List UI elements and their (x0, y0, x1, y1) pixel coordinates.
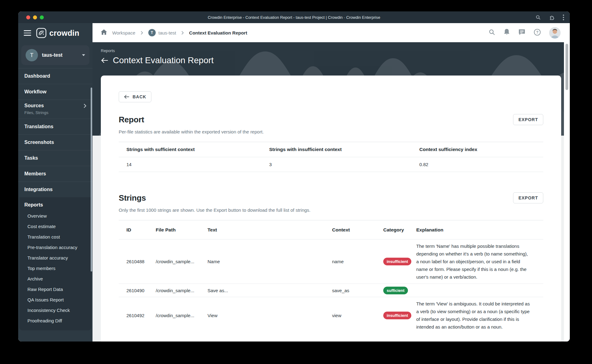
stats-value-index: 0.82 (419, 162, 543, 167)
sidebar-reports-section: Reports Overview Cost estimate Translati… (19, 197, 91, 330)
home-icon[interactable] (101, 29, 107, 36)
browser-chrome: Crowdin Enterprise - Context Evaluation … (18, 11, 570, 23)
menu-icon[interactable] (24, 30, 31, 36)
sidebar-item-dashboard[interactable]: Dashboard (18, 68, 92, 84)
project-selector[interactable]: T taus-test (21, 45, 89, 65)
category-cell: insufficient (383, 258, 416, 265)
status-badge: insufficient (383, 258, 411, 265)
sidebar-item-proofreading-diff[interactable]: Proofreading Diff (19, 316, 91, 326)
report-section-subtitle: Per-file statistics are available within… (119, 129, 543, 134)
chevron-right-icon (84, 104, 86, 108)
browser-search-icon[interactable] (536, 15, 541, 20)
crowdin-wordmark: crowdin (49, 29, 79, 38)
back-button[interactable]: BACK (119, 91, 151, 102)
svg-text:?: ? (536, 30, 539, 34)
chevron-down-icon (82, 54, 85, 56)
string-explanation: The term 'Name' has multiple possible tr… (416, 239, 530, 284)
string-text: Name (208, 259, 332, 264)
strings-export-button[interactable]: EXPORT (513, 192, 543, 203)
sidebar-item-translations[interactable]: Translations (18, 119, 92, 134)
user-avatar[interactable] (549, 27, 561, 39)
report-section-title: Report (119, 115, 144, 125)
report-section: Report EXPORT Per-file statistics are av… (119, 114, 543, 172)
sidebar-item-pre-translation-accuracy[interactable]: Pre-translation accuracy (19, 242, 91, 253)
sidebar-item-top-members[interactable]: Top members (19, 263, 91, 274)
sidebar-item-members[interactable]: Members (18, 166, 92, 182)
stats-value-sufficient: 14 (126, 162, 269, 167)
sidebar-item-translator-accuracy[interactable]: Translator accuracy (19, 253, 91, 263)
extensions-puzzle-icon[interactable] (549, 14, 555, 20)
main-area: Workspace T taus-test Context Evaluation… (92, 23, 570, 342)
search-icon[interactable] (489, 29, 495, 37)
sidebar-item-workflow[interactable]: Workflow (18, 84, 92, 100)
string-file-path: /crowdin_sample... (156, 259, 208, 264)
string-context: view (332, 313, 383, 318)
category-cell: insufficient (383, 312, 416, 319)
sidebar: crowdin T taus-test Dashboard Workflow S… (18, 23, 92, 342)
sidebar-item-cost-estimate[interactable]: Cost estimate (19, 221, 91, 232)
string-text: Save as... (208, 288, 332, 293)
strings-section: Strings EXPORT Only the first 1000 strin… (119, 192, 543, 333)
project-name: taus-test (42, 52, 78, 58)
browser-window: Crowdin Enterprise - Context Evaluation … (18, 11, 570, 342)
zoom-window-button[interactable] (40, 15, 44, 19)
string-context: save_as (332, 288, 383, 293)
table-row: 2610492 /crowdin_sample... View view ins… (119, 297, 543, 333)
table-row: 2610490 /crowdin_sample... Save as... sa… (119, 284, 543, 297)
minimize-window-button[interactable] (33, 15, 37, 19)
string-id: 2610488 (126, 259, 156, 264)
page-scrollbar-track[interactable] (564, 42, 570, 342)
sidebar-item-sources-subtitle: Files, Strings (24, 110, 86, 115)
status-badge: insufficient (383, 312, 411, 319)
strings-table: ID File Path Text Context Category Expla… (119, 220, 543, 333)
breadcrumb-project[interactable]: T taus-test (148, 29, 176, 36)
string-id: 2610492 (126, 313, 156, 318)
category-cell: sufficient (383, 287, 416, 294)
strings-table-header: ID File Path Text Context Category Expla… (119, 220, 543, 239)
app-header: Workspace T taus-test Context Evaluation… (92, 23, 570, 42)
sidebar-item-inconsistency-check[interactable]: Inconsistency Check (19, 305, 91, 316)
sidebar-item-archive[interactable]: Archive (19, 274, 91, 284)
breadcrumb: Workspace T taus-test Context Evaluation… (101, 29, 247, 36)
page-back-arrow-icon[interactable] (101, 57, 108, 63)
report-card: BACK Report EXPORT Per-file statistics a… (101, 76, 561, 342)
notifications-bell-icon[interactable] (504, 29, 510, 37)
string-id: 2610490 (126, 288, 156, 293)
status-badge: sufficient (383, 287, 408, 294)
sidebar-item-reports[interactable]: Reports (19, 197, 91, 211)
page-scrollbar-thumb[interactable] (565, 44, 568, 90)
string-explanation: The term 'View' is ambiguous. It could b… (416, 297, 530, 333)
help-icon[interactable]: ? (534, 29, 541, 37)
stats-header-insufficient: Strings with insufficient context (269, 147, 419, 152)
sidebar-item-sources[interactable]: Sources Files, Strings (18, 100, 92, 119)
report-export-button[interactable]: EXPORT (513, 114, 543, 125)
stats-header-index: Context sufficiency index (419, 147, 543, 152)
messages-chat-icon[interactable] (518, 29, 525, 37)
browser-tab-title: Crowdin Enterprise - Context Evaluation … (208, 15, 380, 20)
string-text: View (208, 313, 332, 318)
traffic-lights (26, 11, 44, 23)
crowdin-logo[interactable]: crowdin (36, 28, 79, 38)
sidebar-scrollbar[interactable] (91, 88, 92, 272)
page-header: Reports Context Evaluation Report (101, 48, 214, 65)
sidebar-item-translation-cost[interactable]: Translation cost (19, 232, 91, 242)
breadcrumb-project-avatar: T (148, 29, 156, 36)
sidebar-item-integrations[interactable]: Integrations (18, 182, 92, 197)
back-arrow-icon (124, 95, 130, 99)
sidebar-item-screenshots[interactable]: Screenshots (18, 134, 92, 150)
chevron-right-icon (181, 31, 184, 35)
report-stats-table: Strings with sufficient context Strings … (119, 142, 543, 172)
sidebar-item-tasks[interactable]: Tasks (18, 150, 92, 166)
stats-header-sufficient: Strings with sufficient context (126, 147, 269, 152)
sidebar-item-raw-report-data[interactable]: Raw Report Data (19, 284, 91, 295)
page-header-eyebrow: Reports (101, 48, 214, 53)
project-avatar: T (26, 49, 38, 61)
string-explanation (416, 288, 530, 293)
string-context: name (332, 259, 383, 264)
close-window-button[interactable] (26, 15, 30, 19)
breadcrumb-workspace[interactable]: Workspace (112, 30, 135, 35)
sidebar-item-qa-issues-report[interactable]: QA Issues Report (19, 295, 91, 305)
browser-menu-kebab-icon[interactable] (563, 14, 564, 20)
string-file-path: /crowdin_sample... (156, 288, 208, 293)
sidebar-item-overview[interactable]: Overview (19, 211, 91, 221)
